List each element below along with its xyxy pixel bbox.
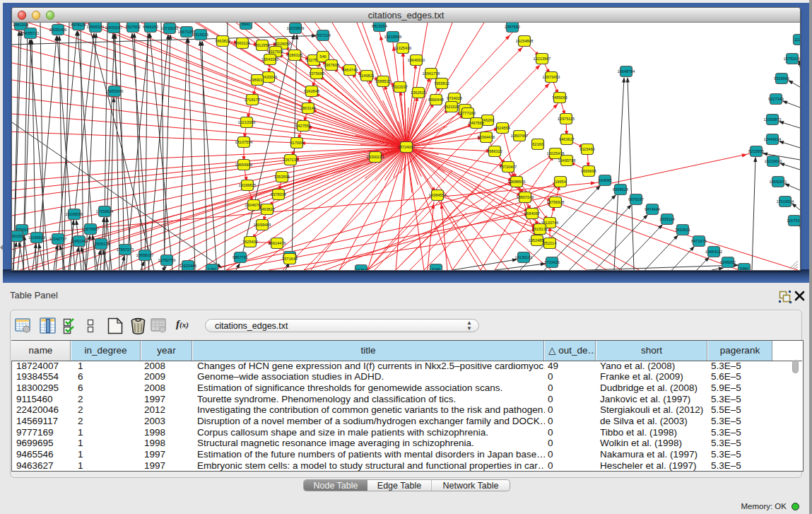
svg-text:16495788: 16495788	[558, 158, 576, 163]
svg-text:2087682: 2087682	[505, 25, 520, 29]
svg-text:98901: 98901	[252, 78, 263, 82]
svg-text:9474444: 9474444	[645, 207, 660, 211]
svg-text:7663822: 7663822	[215, 39, 230, 43]
svg-text:16033809: 16033809	[287, 26, 305, 30]
svg-text:9857791: 9857791	[233, 255, 248, 259]
svg-text:7986322: 7986322	[487, 149, 502, 153]
svg-text:1527602: 1527602	[125, 25, 141, 29]
svg-text:10975887: 10975887	[82, 227, 100, 231]
svg-text:9227349: 9227349	[768, 97, 784, 101]
svg-text:11156829: 11156829	[28, 235, 45, 240]
svg-text:12213389: 12213389	[238, 120, 256, 124]
svg-text:10807487: 10807487	[511, 134, 529, 138]
svg-text:1362615: 1362615	[411, 90, 426, 95]
svg-text:16640910: 16640910	[408, 58, 425, 62]
svg-text:8471676: 8471676	[691, 239, 707, 243]
svg-text:1621025: 1621025	[444, 105, 459, 109]
svg-text:11325419: 11325419	[394, 46, 411, 50]
svg-text:1733426: 1733426	[544, 260, 560, 264]
svg-text:9734028: 9734028	[447, 96, 462, 100]
svg-text:2803144: 2803144	[300, 106, 316, 110]
svg-text:7357224: 7357224	[315, 33, 331, 37]
svg-text:9242848: 9242848	[304, 89, 319, 93]
svg-text:20206556: 20206556	[66, 212, 83, 216]
svg-text:15692971: 15692971	[770, 180, 787, 184]
svg-text:29053346: 29053346	[106, 89, 124, 93]
svg-text:20091406: 20091406	[49, 28, 67, 32]
svg-text:9684067: 9684067	[524, 211, 540, 216]
svg-text:15751074: 15751074	[784, 57, 800, 61]
svg-text:18724007: 18724007	[398, 145, 416, 149]
svg-text:9327506: 9327506	[268, 49, 283, 54]
svg-text:19218506: 19218506	[384, 35, 402, 39]
svg-text:6466160: 6466160	[143, 25, 158, 29]
svg-text:17957273: 17957273	[117, 247, 134, 252]
svg-text:8990448: 8990448	[428, 98, 444, 102]
svg-text:16752: 16752	[355, 268, 367, 270]
svg-text:9245652: 9245652	[720, 260, 736, 264]
svg-text:8938928: 8938928	[613, 187, 628, 192]
svg-text:10973493: 10973493	[543, 75, 560, 79]
svg-text:3912954: 3912954	[254, 43, 270, 47]
svg-text:10958187: 10958187	[136, 253, 154, 257]
svg-text:19384554: 19384554	[429, 193, 447, 197]
svg-text:8941: 8941	[242, 23, 250, 26]
svg-text:1615132: 1615132	[532, 227, 548, 231]
svg-text:7625402: 7625402	[242, 240, 258, 244]
svg-text:19756928: 19756928	[547, 200, 565, 204]
svg-text:9777169: 9777169	[460, 111, 476, 115]
svg-text:10654112: 10654112	[705, 250, 722, 254]
svg-text:2718176: 2718176	[245, 98, 260, 102]
svg-text:8186328: 8186328	[287, 53, 302, 57]
svg-text:3375685: 3375685	[309, 71, 324, 76]
svg-text:24055721: 24055721	[22, 31, 40, 35]
svg-text:7485063: 7485063	[552, 95, 567, 100]
svg-text:62160: 62160	[532, 142, 543, 146]
svg-text:1167531: 1167531	[787, 218, 800, 223]
svg-text:15720407: 15720407	[500, 165, 517, 169]
svg-text:8215955: 8215955	[748, 149, 764, 153]
svg-text:19166825: 19166825	[239, 183, 257, 187]
svg-text:18107554: 18107554	[235, 140, 253, 144]
svg-text:1353594: 1353594	[274, 175, 290, 179]
svg-text:10719155: 10719155	[161, 26, 179, 30]
svg-text:7955812: 7955812	[434, 81, 449, 86]
svg-text:1881304: 1881304	[13, 23, 28, 27]
svg-text:20364436: 20364436	[478, 135, 495, 139]
svg-text:1292: 1292	[208, 267, 216, 270]
svg-text:7632621: 7632621	[675, 228, 690, 232]
svg-text:2935114: 2935114	[659, 217, 674, 221]
svg-text:1588520: 1588520	[375, 79, 391, 83]
svg-text:19654982: 19654982	[235, 163, 253, 167]
svg-text:16543382: 16543382	[261, 57, 279, 62]
svg-text:16099489: 16099489	[254, 223, 271, 227]
svg-text:17016504: 17016504	[777, 199, 794, 204]
svg-text:7515526: 7515526	[193, 33, 208, 37]
svg-text:15300213: 15300213	[367, 155, 384, 159]
svg-text:8978136: 8978136	[71, 23, 86, 27]
svg-text:16154808: 16154808	[516, 39, 534, 43]
svg-text:8454749: 8454749	[342, 68, 358, 72]
svg-text:16210643: 16210643	[765, 159, 782, 163]
svg-text:164095: 164095	[599, 178, 612, 182]
svg-text:9115460: 9115460	[579, 147, 594, 151]
svg-text:18807249: 18807249	[517, 195, 534, 199]
svg-text:16782759: 16782759	[158, 258, 176, 262]
svg-text:12342737: 12342737	[49, 237, 67, 241]
svg-text:12505135: 12505135	[93, 242, 110, 246]
svg-text:9699695: 9699695	[581, 169, 596, 173]
svg-text:19654: 19654	[555, 180, 566, 184]
svg-text:3267130: 3267130	[283, 158, 298, 162]
svg-text:11174: 11174	[794, 37, 800, 42]
svg-text:9427552: 9427552	[295, 124, 311, 128]
svg-text:8813054: 8813054	[372, 24, 387, 28]
svg-text:5493822: 5493822	[259, 207, 275, 211]
svg-text:39159: 39159	[12, 234, 23, 238]
svg-text:12444194: 12444194	[764, 137, 782, 141]
svg-text:19565341: 19565341	[87, 25, 105, 29]
svg-text:16914479: 16914479	[269, 241, 286, 245]
svg-text:1571644: 1571644	[282, 257, 298, 261]
svg-text:23226058: 23226058	[273, 42, 291, 46]
svg-text:6497568: 6497568	[469, 121, 484, 125]
svg-text:2967608: 2967608	[324, 63, 339, 67]
